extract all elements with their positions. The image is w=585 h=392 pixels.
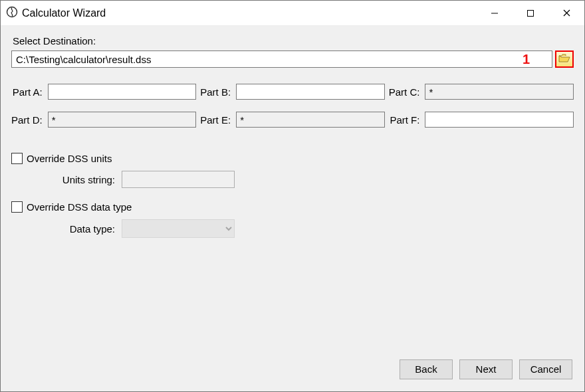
destination-input[interactable] (11, 50, 552, 68)
app-icon (6, 6, 18, 20)
folder-open-icon (558, 54, 570, 65)
part-e-label: Part E: (200, 114, 232, 126)
units-string-input (122, 171, 235, 188)
next-button[interactable]: Next (459, 359, 513, 379)
back-button[interactable]: Back (400, 359, 453, 379)
part-e-input (236, 112, 385, 128)
part-a-label: Part A: (11, 86, 44, 98)
maximize-button[interactable] (513, 1, 548, 25)
button-row: Back Next Cancel (11, 359, 574, 381)
override-units-row[interactable]: Override DSS units (11, 153, 574, 164)
part-c-label: Part C: (389, 86, 421, 98)
part-d-input (48, 112, 197, 128)
units-string-label: Units string: (49, 174, 115, 185)
parts-grid: Part A: Part B: Part C: Part D: Part E: … (11, 84, 574, 128)
content-area: Select Destination: 1 Part A: Part B: Pa (1, 26, 584, 391)
svg-rect-2 (528, 10, 534, 16)
data-type-row: Data type: (11, 219, 574, 238)
part-f-input[interactable] (425, 112, 574, 128)
close-button[interactable] (548, 1, 584, 25)
override-units-label: Override DSS units (27, 153, 112, 164)
cancel-button[interactable]: Cancel (519, 359, 572, 379)
override-type-checkbox[interactable] (11, 201, 23, 213)
part-f-label: Part F: (389, 114, 421, 126)
data-type-select (122, 219, 235, 238)
part-b-input[interactable] (236, 84, 385, 100)
options-section: Override DSS units Units string: Overrid… (11, 153, 574, 251)
wizard-window: Calculator Wizard Select Destination: 1 (0, 0, 585, 392)
minimize-button[interactable] (477, 1, 513, 25)
part-a-input[interactable] (48, 84, 197, 100)
override-type-label: Override DSS data type (27, 201, 132, 213)
override-type-row[interactable]: Override DSS data type (11, 201, 574, 213)
data-type-label: Data type: (49, 223, 115, 235)
part-d-label: Part D: (11, 114, 44, 126)
window-controls (477, 1, 584, 25)
window-title: Calculator Wizard (18, 7, 477, 19)
part-b-label: Part B: (200, 86, 232, 98)
destination-row: 1 (11, 50, 574, 68)
override-units-checkbox[interactable] (11, 153, 23, 164)
units-string-row: Units string: (11, 171, 574, 188)
destination-label: Select Destination: (13, 35, 574, 47)
part-c-input (425, 84, 574, 100)
title-bar: Calculator Wizard (1, 1, 584, 26)
browse-button[interactable] (555, 50, 574, 68)
